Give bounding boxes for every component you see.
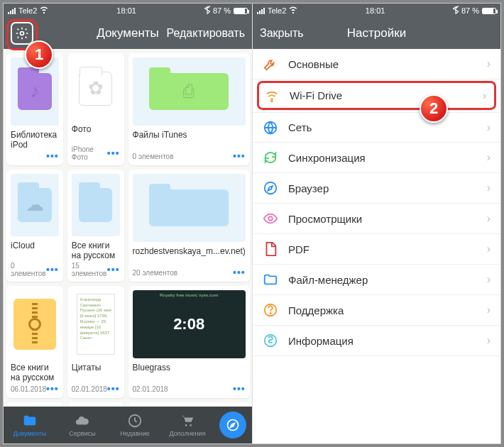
document-card[interactable]: ♪Библиотека iPod••• — [6, 53, 63, 165]
settings-row-eye[interactable]: Просмотрщики› — [253, 204, 500, 234]
cart-icon — [180, 413, 195, 429]
thumbnail: ☁ — [11, 174, 59, 236]
row-label: Сеть — [288, 121, 312, 133]
tab-services[interactable]: Сервисы — [56, 407, 109, 443]
row-label: PDF — [288, 243, 309, 255]
help-icon — [263, 302, 278, 318]
cloud-icon — [75, 413, 90, 429]
row-label: Просмотрщики — [288, 213, 362, 225]
signal-icon — [8, 8, 16, 14]
row-label: Информация — [288, 335, 354, 347]
item-meta: 20 элементов••• — [133, 267, 246, 277]
thumbnail — [133, 174, 246, 242]
more-button[interactable]: ••• — [46, 151, 59, 161]
documents-grid: ♪Библиотека iPod•••✿ФотоiPhone Фото•••⎙Ф… — [4, 49, 252, 407]
more-button[interactable]: ••• — [107, 148, 120, 158]
tab-browser[interactable] — [219, 412, 246, 438]
settings-row-wrench[interactable]: Основные› — [253, 49, 500, 79]
settings-screen: 2 Tele2 18:01 87 % Закрыть Настройки — [252, 4, 500, 443]
settings-row-sync[interactable]: Синхронизация› — [253, 143, 500, 173]
item-meta: 02.01.2018••• — [133, 384, 246, 394]
document-card[interactable]: Александр Сергеевич Пушкин (26 мая [6 ию… — [67, 286, 124, 398]
item-name: iCloud — [11, 241, 59, 260]
settings-row-info[interactable]: Информация› — [253, 326, 500, 356]
chevron-right-icon: › — [483, 89, 486, 102]
document-card[interactable]: Royalty free music vyes.com2:08Bluegrass… — [128, 286, 250, 398]
folder-icon — [22, 413, 38, 429]
chevron-right-icon: › — [487, 151, 491, 164]
item-name: rozhdestvenskaya_m...ev.net) — [133, 246, 246, 266]
item-meta: 06.01.2018••• — [11, 384, 59, 394]
battery-icon — [234, 8, 248, 14]
tab-addons[interactable]: Дополнения — [161, 407, 214, 443]
chevron-right-icon: › — [487, 121, 491, 134]
more-button[interactable]: ••• — [107, 384, 120, 394]
clock-label: 18:01 — [116, 6, 136, 15]
tab-label: Документы — [13, 430, 46, 437]
more-button[interactable]: ••• — [233, 384, 246, 394]
settings-row-wifi[interactable]: Wi-Fi Drive› — [257, 81, 496, 111]
carrier-label: Tele2 — [18, 6, 37, 15]
item-meta: 02.01.2018••• — [72, 384, 120, 394]
item-name: Цитаты — [72, 363, 120, 382]
more-button[interactable]: ••• — [46, 384, 59, 394]
sync-icon — [263, 150, 278, 165]
document-card[interactable]: ⎙Файлы iTunes0 элементов••• — [128, 53, 250, 165]
more-button[interactable]: ••• — [233, 267, 246, 277]
svg-point-10 — [270, 313, 270, 314]
document-card[interactable]: Все книги на русском в fb215 элементов••… — [67, 170, 124, 282]
bluetooth-icon — [453, 6, 459, 16]
tab-documents[interactable]: Документы — [4, 407, 56, 443]
row-label: Браузер — [288, 182, 329, 194]
settings-row-folder[interactable]: Файл-менеджер› — [253, 265, 500, 295]
settings-row-globe[interactable]: Сеть› — [253, 112, 500, 143]
compass-icon — [263, 180, 278, 196]
nav-bar: Закрыть Настройки — [253, 18, 500, 49]
tab-recent[interactable]: Недавние — [109, 407, 161, 443]
item-name: Фото — [72, 124, 120, 144]
settings-row-compass[interactable]: Браузер› — [253, 173, 500, 204]
document-card[interactable]: ☁iCloud0 элементов••• — [6, 170, 63, 282]
thumbnail: ✿ — [72, 57, 120, 120]
more-button[interactable]: ••• — [107, 265, 120, 275]
document-card[interactable]: rozhdestvenskaya_m...ev.net)20 элементов… — [128, 170, 250, 282]
eye-icon — [263, 211, 278, 226]
chevron-right-icon: › — [487, 304, 491, 316]
item-name: Файлы iTunes — [133, 130, 246, 150]
status-bar: Tele2 18:01 87 % — [4, 4, 252, 18]
folder-icon — [263, 272, 278, 287]
document-card[interactable]: Все книги на русском в fb206.01.2018••• — [6, 286, 63, 398]
close-button[interactable]: Закрыть — [260, 27, 304, 40]
item-name: Все книги на русском в fb2 — [72, 241, 120, 260]
more-button[interactable]: ••• — [46, 265, 59, 275]
row-label: Основные — [288, 58, 339, 70]
settings-row-pdf[interactable]: PDF› — [253, 234, 500, 265]
thumbnail — [72, 174, 120, 236]
info-icon — [263, 333, 278, 348]
tab-label: Дополнения — [170, 430, 206, 437]
document-card[interactable]: ✿ФотоiPhone Фото••• — [67, 53, 124, 165]
item-meta: 0 элементов••• — [133, 151, 246, 161]
chevron-right-icon: › — [487, 182, 491, 194]
item-meta: 15 элементов••• — [72, 262, 120, 277]
chevron-right-icon: › — [487, 212, 491, 225]
battery-label: 87 % — [461, 6, 479, 15]
svg-point-8 — [268, 216, 273, 221]
pdf-icon — [263, 241, 278, 257]
thumbnail: Royalty free music vyes.com2:08 — [133, 290, 246, 358]
edit-button[interactable]: Редактировать — [166, 27, 245, 40]
more-button[interactable]: ••• — [233, 151, 246, 161]
carrier-label: Tele2 — [268, 6, 286, 15]
svg-point-2 — [185, 424, 187, 426]
wifi-icon — [289, 6, 297, 16]
globe-icon — [263, 120, 278, 136]
wifi-icon — [40, 6, 48, 16]
bluetooth-icon — [204, 6, 210, 16]
callout-badge-1: 1 — [25, 40, 53, 69]
thumbnail: ⎙ — [133, 57, 246, 126]
settings-row-help[interactable]: Поддержка› — [253, 295, 500, 326]
svg-point-7 — [265, 182, 277, 194]
clock-icon — [127, 413, 143, 429]
wifi-icon — [264, 88, 280, 104]
settings-list: Основные›Wi-Fi Drive›Сеть›Синхронизация›… — [253, 49, 500, 443]
